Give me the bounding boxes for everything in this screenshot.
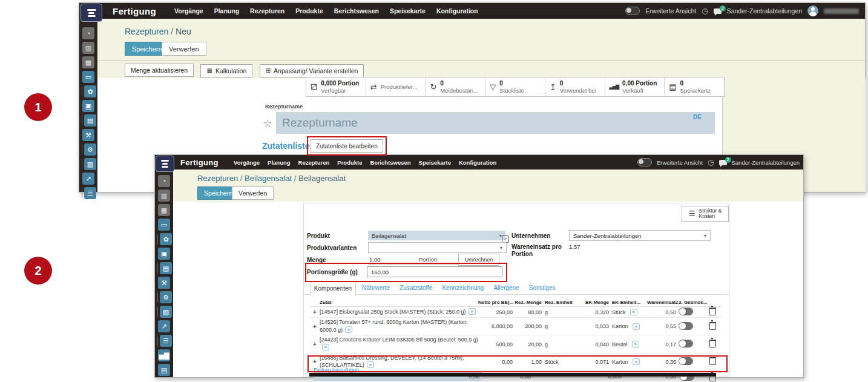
- menu-berichtswesen[interactable]: Berichtswesen: [370, 159, 411, 166]
- sidebar-bars-icon[interactable]: ▅▇: [158, 349, 170, 361]
- sidebar-modules-icon[interactable]: ▦: [82, 56, 94, 68]
- sidebar-package-icon[interactable]: ▧: [160, 306, 172, 318]
- drag-handle-icon[interactable]: +: [310, 323, 320, 330]
- sidebar-wrench-icon[interactable]: ⚒: [82, 129, 94, 141]
- sidebar-sprout-icon[interactable]: ✿: [84, 85, 96, 97]
- history-clock-icon[interactable]: ◷: [708, 159, 714, 166]
- menu-planung[interactable]: Planung: [268, 159, 290, 166]
- goto-chip[interactable]: »: [469, 308, 476, 315]
- tab-kennzeichnung[interactable]: Kennzeichnung: [442, 285, 484, 291]
- sidebar-clipboard2-icon[interactable]: ▤: [158, 364, 170, 376]
- goto-chip[interactable]: »: [630, 309, 637, 315]
- tab-allergene[interactable]: Allergene: [493, 285, 519, 291]
- sidebar-card-icon[interactable]: ▥: [82, 42, 94, 54]
- goto-chip[interactable]: »: [632, 341, 639, 347]
- drag-handle-icon[interactable]: +: [310, 358, 320, 365]
- goto-chip[interactable]: »: [367, 361, 374, 368]
- sidebar-dashboard-icon[interactable]: ◔: [158, 175, 170, 187]
- sidebar-package-icon[interactable]: ▧: [84, 158, 96, 170]
- menu-konfiguration[interactable]: Konfiguration: [436, 7, 478, 15]
- delete-row-icon[interactable]: [709, 308, 716, 315]
- edit-ingredients-button[interactable]: Zutatenliste bearbeiten: [311, 139, 383, 153]
- sidebar-wrench-icon[interactable]: ⚒: [158, 277, 170, 289]
- delete-row-icon[interactable]: [709, 357, 716, 365]
- menu-rezepturen[interactable]: Rezepturen: [298, 159, 330, 166]
- org-name[interactable]: Sander-Zentralabteilungen: [727, 7, 802, 15]
- discard-button[interactable]: Verwerfen: [162, 42, 206, 56]
- favorite-star-icon[interactable]: ☆: [263, 117, 272, 130]
- advanced-view-toggle[interactable]: [637, 158, 652, 166]
- menu-vorgaenge[interactable]: Vorgänge: [174, 7, 203, 15]
- delete-row-icon[interactable]: [709, 340, 716, 347]
- sidebar-modules-icon[interactable]: ▦: [158, 204, 170, 216]
- goto-chip[interactable]: »: [322, 344, 329, 351]
- sidebar-chart-icon[interactable]: ↗: [158, 320, 170, 332]
- stat-available[interactable]: ⚂ 0,000 PortionVerfügbar: [306, 77, 366, 96]
- product-select[interactable]: Beilagensalat▾: [368, 231, 505, 240]
- menu-speisekarte[interactable]: Speisekarte: [419, 159, 451, 166]
- stat-bom[interactable]: ▽ 0Stückliste: [485, 77, 545, 96]
- second-container-toggle[interactable]: [679, 308, 693, 315]
- delete-row-icon[interactable]: [709, 322, 716, 330]
- recipe-name-input[interactable]: [276, 112, 715, 134]
- chat-icon[interactable]: 2: [714, 8, 722, 14]
- sidebar-chart-icon[interactable]: ↗: [82, 173, 94, 185]
- menu-speisekarte[interactable]: Speisekarte: [390, 7, 426, 15]
- quantity-input[interactable]: 1,00: [369, 256, 381, 263]
- sidebar-panel-icon[interactable]: ▭: [158, 219, 170, 231]
- menu-produkte[interactable]: Produkte: [295, 7, 323, 15]
- user-avatar[interactable]: [807, 5, 818, 16]
- menu-rezepturen[interactable]: Rezepturen: [250, 7, 284, 15]
- sidebar-gear-icon[interactable]: ⚙: [160, 291, 172, 303]
- sidebar-dashboard-icon[interactable]: ◔: [82, 27, 94, 39]
- menu-konfiguration[interactable]: Konfiguration: [459, 159, 496, 166]
- company-select[interactable]: Sander-Zentralabteilungen▾: [569, 230, 711, 241]
- stat-reorder-level[interactable]: ↻ 0Meldebestän...: [426, 77, 485, 96]
- variant-button[interactable]: ⊞Anpassung/ Variante erstellen: [260, 64, 364, 77]
- product-variants-select[interactable]: ▾: [368, 242, 507, 253]
- breadcrumb-rezepturen[interactable]: Rezepturen: [125, 27, 168, 36]
- chat-icon[interactable]: 2: [719, 160, 727, 165]
- menu-planung[interactable]: Planung: [214, 7, 239, 15]
- tab-komponenten[interactable]: Komponenten: [310, 281, 356, 296]
- bottom-scrollbar[interactable]: [309, 373, 716, 377]
- sidebar-gear-icon[interactable]: ⚙: [84, 143, 96, 156]
- sidebar-stack-icon[interactable]: ☰: [160, 335, 172, 347]
- org-name[interactable]: Sander-Zentralabteilungen: [732, 159, 800, 166]
- convert-button[interactable]: Umrechnen: [458, 254, 499, 266]
- app-logo-icon[interactable]: [81, 4, 102, 22]
- stat-menu[interactable]: ▤ 0Speisekarte: [665, 77, 724, 96]
- tab-zusatzstoffe[interactable]: Zusatzstoffe: [399, 285, 432, 291]
- discard-button[interactable]: Verwerfen: [232, 186, 274, 200]
- stat-sold[interactable]: ▃▅▇ 0,00 PortionVerkauft: [605, 77, 665, 96]
- calculation-button[interactable]: ▦Kalkulation: [200, 64, 252, 77]
- history-clock-icon[interactable]: ◷: [702, 7, 708, 15]
- sidebar-sprout-icon[interactable]: ✿: [160, 233, 172, 245]
- sidebar-products-icon[interactable]: ▣: [158, 248, 170, 260]
- sidebar-products-icon[interactable]: ▣: [82, 100, 94, 112]
- sidebar-clipboard-icon[interactable]: ▤: [84, 114, 96, 127]
- drag-handle-icon[interactable]: +: [310, 341, 320, 347]
- sidebar-stack-icon[interactable]: ☰: [84, 187, 96, 199]
- stat-product-delivery[interactable]: ⇄ Produktliefer...: [366, 77, 426, 96]
- tab-naehrwerte[interactable]: Nährwerte: [362, 285, 390, 291]
- structure-costs-button[interactable]: ☰ Struktur &Kosten: [682, 206, 729, 222]
- sidebar-card-icon[interactable]: ▥: [158, 189, 170, 202]
- sidebar-panel-icon[interactable]: ▭: [82, 71, 94, 83]
- goto-chip[interactable]: »: [633, 323, 640, 330]
- menu-berichtswesen[interactable]: Berichtswesen: [334, 7, 379, 15]
- portion-size-input[interactable]: [367, 266, 502, 277]
- open-product-link[interactable]: ↗: [502, 232, 509, 243]
- sidebar-clipboard-icon[interactable]: ▤: [160, 262, 172, 274]
- advanced-view-toggle[interactable]: [625, 7, 640, 15]
- add-entry-link[interactable]: Eintrag hinzufügen: [314, 367, 359, 373]
- tab-sonstiges[interactable]: Sonstiges: [529, 285, 556, 291]
- goto-chip[interactable]: »: [345, 326, 352, 333]
- breadcrumb-rezepturen[interactable]: Rezepturen: [197, 174, 238, 183]
- second-container-toggle[interactable]: [679, 340, 693, 347]
- drag-handle-icon[interactable]: +: [310, 309, 320, 315]
- goto-chip[interactable]: »: [633, 358, 640, 365]
- second-container-toggle[interactable]: [679, 357, 693, 365]
- app-logo-icon[interactable]: [156, 156, 174, 172]
- menu-vorgaenge[interactable]: Vorgänge: [234, 159, 260, 166]
